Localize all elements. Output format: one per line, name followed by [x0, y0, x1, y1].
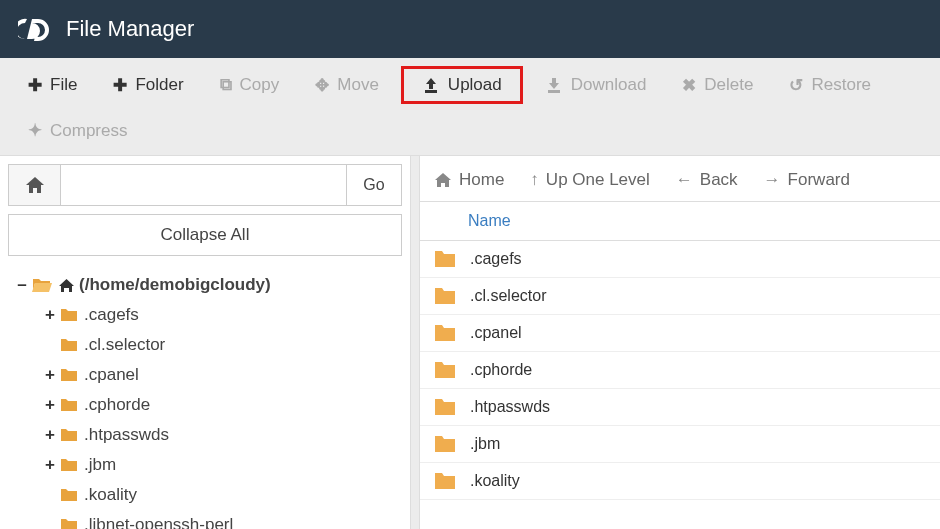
file-name: .koality	[470, 472, 520, 490]
plus-icon: ✚	[113, 75, 127, 96]
folder-icon	[60, 518, 78, 529]
folder-icon	[60, 428, 78, 442]
nav-bar: Home ↑ Up One Level ← Back → Forward	[420, 164, 940, 201]
home-icon-button[interactable]	[9, 165, 61, 205]
tree-item[interactable]: .koality	[42, 480, 402, 510]
folder-icon	[60, 488, 78, 502]
app-header: File Manager	[0, 0, 940, 58]
upload-icon	[422, 76, 440, 94]
expand-toggle-icon[interactable]: +	[42, 360, 58, 390]
folder-icon	[60, 338, 78, 352]
folder-icon	[434, 472, 456, 490]
folder-open-icon	[32, 277, 52, 293]
table-row[interactable]: .jbm	[420, 426, 940, 463]
nav-up-button[interactable]: ↑ Up One Level	[530, 170, 649, 190]
tree-item-label: .jbm	[84, 450, 116, 480]
table-row[interactable]: .koality	[420, 463, 940, 500]
nav-up-label: Up One Level	[546, 170, 650, 190]
tree-item-label: .htpasswds	[84, 420, 169, 450]
folder-icon	[434, 398, 456, 416]
tree-item-label: .cphorde	[84, 390, 150, 420]
table-row[interactable]: .htpasswds	[420, 389, 940, 426]
nav-home-label: Home	[459, 170, 504, 190]
expand-toggle-icon	[42, 510, 58, 529]
go-button[interactable]: Go	[346, 165, 401, 205]
folder-icon	[60, 308, 78, 322]
arrow-up-icon: ↑	[530, 170, 539, 190]
move-label: Move	[337, 75, 379, 95]
move-button[interactable]: ✥ Move	[301, 67, 393, 104]
download-icon	[545, 76, 563, 94]
tree-item-label: .koality	[84, 480, 137, 510]
file-label: File	[50, 75, 77, 95]
arrow-left-icon: ←	[676, 170, 693, 190]
expand-toggle-icon	[42, 480, 58, 510]
tree-item[interactable]: +.cphorde	[42, 390, 402, 420]
tree-item-label: .cagefs	[84, 300, 139, 330]
folder-icon	[60, 458, 78, 472]
tree-root-label: (/home/demobigcloudy)	[79, 270, 271, 300]
folder-icon	[434, 250, 456, 268]
nav-home-button[interactable]: Home	[434, 170, 504, 190]
expand-toggle-icon[interactable]: +	[42, 450, 58, 480]
table-row[interactable]: .cphorde	[420, 352, 940, 389]
tree-item[interactable]: .cl.selector	[42, 330, 402, 360]
tree-item[interactable]: +.jbm	[42, 450, 402, 480]
upload-button[interactable]: Upload	[401, 66, 523, 104]
nav-back-button[interactable]: ← Back	[676, 170, 738, 190]
file-name: .cagefs	[470, 250, 522, 268]
panel-divider[interactable]	[410, 156, 420, 529]
file-name: .cpanel	[470, 324, 522, 342]
folder-tree: – (/home/demobigcloudy) +.cagefs .cl.sel…	[8, 270, 402, 529]
collapse-label: Collapse All	[161, 225, 250, 245]
restore-icon: ↺	[789, 75, 803, 96]
path-input[interactable]	[61, 165, 346, 205]
home-icon	[58, 278, 75, 293]
table-header[interactable]: Name	[420, 201, 940, 241]
folder-icon	[60, 398, 78, 412]
tree-item[interactable]: +.cagefs	[42, 300, 402, 330]
path-bar: Go	[8, 164, 402, 206]
file-name: .cphorde	[470, 361, 532, 379]
nav-forward-label: Forward	[788, 170, 850, 190]
table-row[interactable]: .cagefs	[420, 241, 940, 278]
collapse-all-button[interactable]: Collapse All	[8, 214, 402, 256]
collapse-toggle-icon[interactable]: –	[14, 270, 30, 300]
file-name: .jbm	[470, 435, 500, 453]
folder-icon	[60, 368, 78, 382]
move-icon: ✥	[315, 75, 329, 96]
restore-button[interactable]: ↺ Restore	[775, 67, 885, 104]
expand-toggle-icon[interactable]: +	[42, 390, 58, 420]
expand-toggle-icon	[42, 330, 58, 360]
tree-item[interactable]: +.htpasswds	[42, 420, 402, 450]
download-label: Download	[571, 75, 647, 95]
go-label: Go	[363, 176, 384, 194]
file-name: .htpasswds	[470, 398, 550, 416]
download-button[interactable]: Download	[531, 67, 661, 103]
folder-button[interactable]: ✚ Folder	[99, 67, 197, 104]
table-row[interactable]: .cl.selector	[420, 278, 940, 315]
folder-icon	[434, 324, 456, 342]
expand-toggle-icon[interactable]: +	[42, 300, 58, 330]
expand-toggle-icon[interactable]: +	[42, 420, 58, 450]
file-button[interactable]: ✚ File	[14, 67, 91, 104]
tree-item-label: .cpanel	[84, 360, 139, 390]
tree-item[interactable]: +.cpanel	[42, 360, 402, 390]
tree-item-label: .cl.selector	[84, 330, 165, 360]
nav-back-label: Back	[700, 170, 738, 190]
delete-icon: ✖	[682, 75, 696, 96]
compress-button[interactable]: ✦ Compress	[14, 112, 141, 149]
tree-item[interactable]: .libnet-openssh-perl	[42, 510, 402, 529]
app-title: File Manager	[66, 16, 194, 42]
file-name: .cl.selector	[470, 287, 546, 305]
plus-icon: ✚	[28, 75, 42, 96]
copy-button[interactable]: ⧉ Copy	[206, 67, 294, 103]
upload-label: Upload	[448, 75, 502, 95]
delete-button[interactable]: ✖ Delete	[668, 67, 767, 104]
compress-icon: ✦	[28, 120, 42, 141]
nav-forward-button[interactable]: → Forward	[764, 170, 850, 190]
file-list: .cagefs.cl.selector.cpanel.cphorde.htpas…	[420, 241, 940, 500]
copy-icon: ⧉	[220, 75, 232, 95]
table-row[interactable]: .cpanel	[420, 315, 940, 352]
tree-root[interactable]: – (/home/demobigcloudy)	[14, 270, 402, 300]
